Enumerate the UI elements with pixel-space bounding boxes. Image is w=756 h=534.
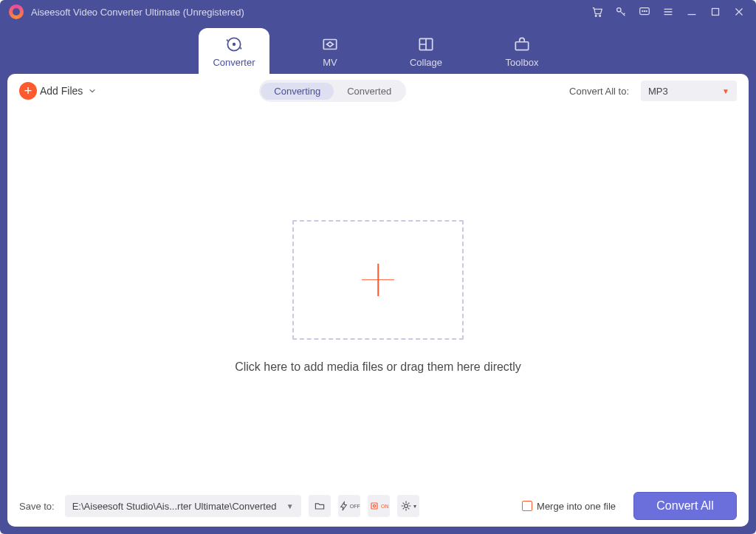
save-path-dropdown[interactable]: E:\Aiseesoft Studio\Ais...rter Ultimate\…: [65, 495, 301, 517]
svg-point-9: [233, 42, 236, 45]
svg-rect-13: [371, 503, 377, 509]
drop-zone[interactable]: [292, 220, 464, 340]
hardware-accel-button[interactable]: OFF: [338, 495, 360, 517]
drop-stage: Click here to add media files or drag th…: [7, 108, 749, 485]
maximize-icon[interactable]: [709, 5, 722, 18]
svg-point-0: [595, 16, 597, 17]
convert-all-button[interactable]: Convert All: [633, 492, 737, 520]
close-icon[interactable]: [732, 5, 746, 18]
main-nav: Converter MV Collage Toolbox: [0, 24, 756, 74]
add-files-label: Add Files: [40, 85, 83, 97]
svg-point-1: [599, 16, 601, 17]
settings-button[interactable]: ▾: [397, 495, 419, 517]
app-window: Aiseesoft Video Converter Ultimate (Unre…: [0, 0, 756, 534]
tab-label: Toolbox: [506, 57, 539, 68]
chevron-down-icon: ▼: [281, 502, 294, 510]
main-panel: + Add Files Converting Converted Convert…: [7, 74, 749, 527]
tab-converter[interactable]: Converter: [199, 28, 269, 74]
tab-label: Converter: [213, 57, 255, 68]
chevron-down-icon: [89, 84, 96, 97]
gpu-accel-button[interactable]: ON: [368, 495, 390, 517]
svg-rect-10: [323, 39, 336, 49]
bottom-bar: Save to: E:\Aiseesoft Studio\Ais...rter …: [7, 485, 749, 527]
tab-collage[interactable]: Collage: [391, 28, 461, 74]
checkbox-icon: [522, 501, 532, 511]
key-icon[interactable]: [614, 5, 628, 18]
format-selected: MP3: [648, 86, 668, 97]
segment-converted[interactable]: Converted: [334, 83, 405, 100]
svg-point-15: [404, 504, 408, 508]
save-to-label: Save to:: [19, 501, 55, 512]
toolbar: + Add Files Converting Converted Convert…: [7, 74, 749, 108]
add-files-button[interactable]: + Add Files: [19, 82, 96, 100]
chevron-down-icon: ▼: [722, 87, 729, 95]
svg-rect-12: [515, 41, 528, 49]
tab-label: Collage: [410, 57, 442, 68]
merge-label: Merge into one file: [537, 501, 616, 512]
open-folder-button[interactable]: [309, 495, 331, 517]
svg-point-6: [646, 11, 647, 12]
tab-mv[interactable]: MV: [295, 28, 365, 74]
svg-point-4: [642, 11, 643, 12]
svg-point-14: [373, 504, 375, 507]
convert-all-to-label: Convert All to:: [569, 86, 629, 97]
plus-icon: [362, 264, 394, 296]
app-logo-icon: [9, 4, 24, 19]
format-dropdown[interactable]: MP3 ▼: [641, 81, 737, 101]
drop-hint: Click here to add media files or drag th…: [235, 360, 521, 374]
status-segment: Converting Converted: [259, 80, 406, 102]
tab-label: MV: [323, 57, 337, 68]
tab-toolbox[interactable]: Toolbox: [487, 28, 557, 74]
convert-all-label: Convert All: [656, 499, 713, 513]
svg-point-5: [644, 11, 645, 12]
feedback-icon[interactable]: [638, 5, 651, 18]
segment-converting[interactable]: Converting: [261, 83, 334, 100]
merge-checkbox[interactable]: Merge into one file: [522, 501, 616, 512]
titlebar: Aiseesoft Video Converter Ultimate (Unre…: [0, 0, 756, 24]
minimize-icon[interactable]: [685, 5, 698, 18]
svg-rect-7: [712, 9, 719, 16]
titlebar-title: Aiseesoft Video Converter Ultimate (Unre…: [31, 7, 244, 18]
plus-icon: +: [19, 82, 37, 100]
menu-icon[interactable]: [662, 5, 675, 18]
cart-icon[interactable]: [591, 5, 604, 18]
save-path-value: E:\Aiseesoft Studio\Ais...rter Ultimate\…: [72, 501, 277, 512]
